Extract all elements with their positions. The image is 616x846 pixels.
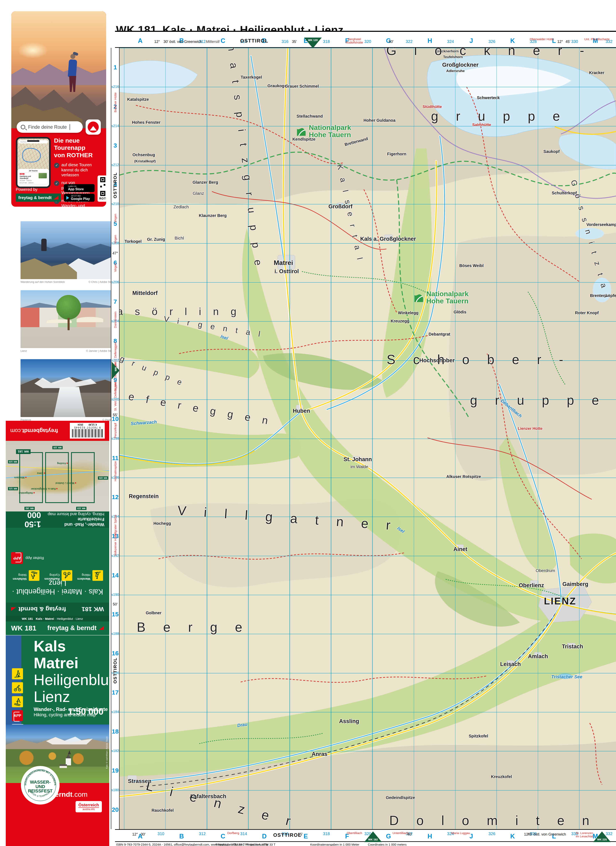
grid-row-7: 7 xyxy=(113,298,117,305)
map-label: Schwerteck xyxy=(477,95,500,100)
skier-icon xyxy=(29,570,40,581)
church-art xyxy=(68,750,71,754)
map-label: Zedlach xyxy=(173,204,189,209)
topographic-map: Matreii. OsttirolLIENZMitteldorfZedlachG… xyxy=(119,48,616,829)
grid-letter-B: B xyxy=(179,833,184,840)
nationalpark-logo: NationalparkHohe Tauern xyxy=(413,290,469,304)
grid-letter-H: H xyxy=(428,833,432,840)
powered-by-label: Powered by xyxy=(16,187,61,192)
edge-label: Volkzeiner Hütte xyxy=(113,534,117,556)
map-label: Gaimberg xyxy=(562,581,588,588)
grid-row-12: 12 xyxy=(112,494,119,501)
scale-band: Wander-, Rad- und Freizeitkarte Hiking, … xyxy=(6,511,109,528)
nationalpark-logo: NationalparkHohe Tauern xyxy=(295,124,351,138)
search-icon xyxy=(21,125,25,129)
rother-qr-code[interactable]: ROTHER.APP xyxy=(97,175,106,202)
sheet-number: WK 181 xyxy=(11,624,36,632)
map-label: Gr. Zunig xyxy=(147,237,165,242)
grid-easting: 326 xyxy=(488,831,495,836)
wk-label: WK 120 xyxy=(308,38,318,42)
website-band: 9 783707 923445 € 12,90 2024 freytagbern… xyxy=(6,421,109,441)
sheet-number: WK 181 xyxy=(82,606,104,612)
map-label: Glanzer Berg xyxy=(193,180,218,185)
adjacent-sheet-tag: WK 123 xyxy=(8,460,18,463)
adjacent-sheet-tag: WK 121 xyxy=(8,487,18,490)
sport-label: RadfahrenCycling xyxy=(44,573,60,581)
map-label: Glanz xyxy=(193,191,204,196)
sun-glow xyxy=(18,42,48,59)
app-badge-icon[interactable]: APP xyxy=(12,710,23,721)
map-label: Anras xyxy=(312,751,328,757)
map-label-layer: Matreii. OsttirolLIENZMitteldorfZedlachG… xyxy=(119,48,616,829)
price: € 12,90 xyxy=(88,423,97,426)
map-label: Adlersruhe xyxy=(446,69,465,73)
rother-brand: ROTHER xyxy=(67,152,93,159)
edge-label: Donnerstein xyxy=(113,311,117,328)
autumn-forest-art xyxy=(6,749,109,767)
app-store-badge[interactable]: Laden im App Store xyxy=(64,184,95,192)
grid-northing: s206 xyxy=(112,280,119,284)
barcode: 9 783707 923445 € 12,90 2024 xyxy=(70,423,105,439)
map-label: Hochegg xyxy=(153,521,171,526)
adjacent-sheet-tag: WK 223 xyxy=(76,507,87,510)
overview-town: Winklern xyxy=(14,476,26,479)
grid-northing: s214 xyxy=(112,124,119,128)
edge-label: OSTTIROL xyxy=(273,832,301,838)
edge-label: 12° xyxy=(557,40,563,44)
promo-headline: Die neue Tourenapp von ROTHER xyxy=(54,137,101,159)
edge-label: 30' xyxy=(141,832,146,837)
edge-label: 30' östl. von Greenwich xyxy=(163,40,202,44)
ruler-top: ABCDEFGHJKLM3123143163183203223243263283… xyxy=(115,31,616,48)
photo-art-2 xyxy=(21,290,115,348)
sheet-panel-outline xyxy=(71,452,95,503)
map-label: Matrei xyxy=(274,259,293,267)
edge-label: OSTTIROL xyxy=(240,38,268,44)
map-label: D o l o m i t e n xyxy=(389,813,596,828)
map-label: G l o c k n e r - xyxy=(386,48,591,58)
edge-label: Penzelkopf xyxy=(113,423,117,438)
app-badge-icon[interactable]: APP xyxy=(11,552,23,564)
grid-northing: s210 xyxy=(112,202,119,206)
imprint-isbn: ISBN 9-783-7079-2344-5, 2024A - 16561, o… xyxy=(116,843,268,846)
barcode-bars xyxy=(72,429,103,438)
map-label: Golbner xyxy=(146,611,162,615)
photo-credit: Kals © carinthian | Adobe Stock xyxy=(106,736,108,769)
photo-credit: © Chris | Adobe Stock xyxy=(88,281,115,283)
edge-label: 12° xyxy=(154,40,160,44)
cyclist-icon xyxy=(12,682,23,693)
map-label: Bichl xyxy=(175,236,184,241)
bullet-text: auf diese Touren kannst du dich verlasse… xyxy=(62,162,101,177)
sport-skier: SkifahrenSkiing xyxy=(13,570,40,581)
edge-label: OSTTIROL xyxy=(113,172,118,198)
google-play-badge[interactable]: JETZT BEI Google Play xyxy=(64,194,95,202)
grid-northing: s188 xyxy=(112,632,119,636)
cyclist-icon xyxy=(62,570,72,581)
map-label: Winkelegg xyxy=(398,310,419,315)
search-input[interactable]: Finde deine Route xyxy=(17,121,83,133)
grid-row-11: 11 xyxy=(112,455,119,461)
map-label: Drau xyxy=(237,722,248,728)
phone-notch xyxy=(27,140,40,142)
grid-letter-J: J xyxy=(469,37,473,44)
rother-app-icon[interactable] xyxy=(85,119,101,135)
rother-app-label: Rother App xyxy=(25,556,44,560)
edge-label: 45' xyxy=(566,40,570,44)
edge-label: Virgen xyxy=(113,214,117,222)
imprint-coordinates-en: Coordinates in 1 000 meterse.g. s210 = 5… xyxy=(359,843,407,846)
fb-triangle-icon xyxy=(54,196,59,200)
map-label: Stellachwand xyxy=(297,114,323,119)
edge-label: 47° xyxy=(112,251,118,256)
edge-label: Badener Hütte xyxy=(113,93,117,113)
spine-text: WK 181 Kals · Matrei · Heiligenblut · Li… xyxy=(6,616,109,621)
grid-easting: 314 xyxy=(240,831,247,836)
map-label: Debantgrat xyxy=(429,332,450,336)
overview-town: Matrei i. Osttirol xyxy=(56,482,76,485)
website-url: freytagberndt.com xyxy=(10,428,58,434)
grid-letter-K: K xyxy=(510,833,515,840)
map-label: Oberlienz xyxy=(519,582,544,589)
overview-town: Assling xyxy=(57,462,68,465)
map-label: Gedeindlspitze xyxy=(386,795,415,800)
map-label: Saukopf xyxy=(544,149,560,154)
map-label: Kracker xyxy=(589,70,604,75)
grid-easting: 318 xyxy=(323,831,330,836)
